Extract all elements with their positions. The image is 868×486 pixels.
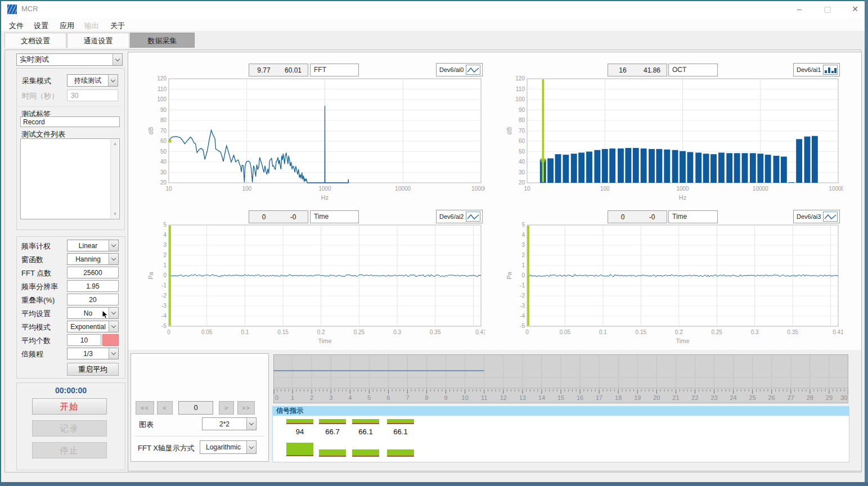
fft-points-input[interactable]	[67, 267, 119, 278]
chevron-down-icon[interactable]	[109, 348, 118, 359]
overlap-input[interactable]	[67, 294, 119, 305]
average-setting-label: 平均设置	[21, 309, 51, 319]
svg-text:6: 6	[386, 394, 390, 401]
overlap-label: 重叠率(%)	[21, 295, 55, 305]
svg-text:Hz: Hz	[321, 194, 329, 200]
fft-type-box[interactable]: FFT	[310, 64, 359, 76]
timeline-ruler[interactable]: 0123456789101112131415161718192021222324…	[273, 354, 848, 403]
svg-text:4: 4	[163, 232, 167, 238]
window-border[interactable]	[0, 482, 868, 486]
oct-chart[interactable]: 2030405060708090100110120101001000100001…	[506, 75, 843, 200]
svg-text:24: 24	[730, 394, 736, 401]
svg-text:19: 19	[634, 394, 641, 401]
freq-weighting-select[interactable]: Linear	[67, 240, 119, 251]
page-next-button[interactable]: >	[219, 401, 234, 415]
chart-layout-select[interactable]: 2*2	[202, 417, 257, 430]
fft-channel-selector[interactable]: Dev6/ai0	[436, 63, 483, 76]
scroll-down-icon[interactable]: ▼	[111, 210, 119, 218]
tab-document-settings[interactable]: 文档设置	[5, 33, 66, 48]
scrollbar[interactable]: ▲ ▼	[110, 140, 119, 218]
svg-text:10000: 10000	[753, 186, 768, 192]
fft-chart[interactable]: 2030405060708090100110120101001000100001…	[147, 75, 485, 200]
signal-level-bar	[387, 419, 414, 424]
svg-text:30: 30	[840, 394, 847, 401]
average-mode-select[interactable]: Exponential	[67, 321, 119, 332]
svg-text:1: 1	[163, 262, 167, 268]
svg-text:20: 20	[653, 394, 660, 401]
svg-text:0.35: 0.35	[430, 329, 441, 335]
svg-text:0.1: 0.1	[599, 329, 607, 335]
menu-about[interactable]: 关于	[107, 20, 128, 32]
tab-bar: 文档设置 通道设置 数据采集	[0, 32, 868, 48]
window-border[interactable]	[865, 0, 868, 486]
svg-text:-2: -2	[520, 292, 525, 299]
chevron-down-icon[interactable]	[109, 240, 118, 251]
test-tag-input[interactable]	[20, 116, 120, 127]
chevron-down-icon[interactable]	[113, 54, 122, 65]
octave-select[interactable]: 1/3	[67, 348, 119, 359]
minimize-button[interactable]: –	[786, 0, 812, 18]
scroll-up-icon[interactable]: ▲	[111, 140, 119, 148]
chevron-down-icon[interactable]	[109, 321, 118, 332]
freq-resolution-label: 频率分辨率	[21, 282, 58, 292]
chevron-down-icon[interactable]	[246, 441, 256, 453]
svg-text:0: 0	[167, 329, 170, 335]
svg-text:27: 27	[788, 394, 794, 401]
svg-text:12: 12	[500, 394, 507, 401]
page-number-box[interactable]: 0	[178, 401, 213, 415]
chevron-down-icon[interactable]	[109, 308, 118, 318]
svg-text:60: 60	[519, 138, 525, 144]
svg-text:20: 20	[519, 179, 525, 186]
test-file-listbox[interactable]: ▲ ▼	[20, 138, 120, 219]
menu-settings[interactable]: 设置	[30, 20, 52, 32]
menu-output: 输出	[81, 20, 102, 32]
signal-level-bar	[319, 419, 346, 424]
fft-xaxis-mode-select[interactable]: Logarithmic	[200, 440, 257, 454]
tab-data-acquisition[interactable]: 数据采集	[130, 33, 195, 48]
page-prev-button[interactable]: <	[157, 401, 173, 415]
svg-text:15: 15	[557, 394, 564, 401]
svg-text:-5: -5	[520, 323, 525, 329]
tab-channel-settings[interactable]: 通道设置	[67, 33, 129, 48]
acquisition-mode-select[interactable]: 持续测试	[67, 74, 118, 87]
time2-chart[interactable]: -5-4-3-2-101234500.050.10.150.20.250.30.…	[506, 222, 843, 346]
freq-resolution-input[interactable]	[67, 280, 119, 292]
maximize-button[interactable]: ▢	[815, 0, 840, 18]
svg-text:14: 14	[538, 394, 545, 401]
svg-text:17: 17	[596, 394, 602, 401]
svg-text:dB: dB	[506, 127, 512, 134]
svg-text:18: 18	[615, 394, 622, 401]
svg-text:0: 0	[525, 329, 529, 335]
svg-text:13: 13	[519, 394, 526, 401]
average-count-input[interactable]	[67, 334, 101, 346]
average-setting-select[interactable]: No	[67, 307, 119, 319]
chart-layout-label: 图表	[139, 420, 154, 430]
svg-text:100: 100	[242, 186, 251, 192]
menu-application[interactable]: 应用	[56, 20, 78, 32]
svg-text:0.15: 0.15	[636, 329, 647, 335]
time-seconds-input[interactable]	[67, 89, 118, 101]
fft-cursor-readout: 9.7760.01	[249, 64, 308, 76]
page-first-button[interactable]: <<	[136, 401, 154, 415]
svg-text:70: 70	[160, 128, 167, 134]
svg-text:11: 11	[481, 394, 487, 401]
chevron-down-icon[interactable]	[108, 75, 118, 86]
start-button[interactable]: 开始	[32, 398, 107, 415]
restart-average-button[interactable]: 重启平均	[67, 363, 119, 376]
chevron-down-icon[interactable]	[109, 254, 118, 264]
oct-channel-selector[interactable]: Dev6/ai1	[793, 63, 840, 76]
svg-text:Pa: Pa	[506, 271, 512, 279]
window-func-select[interactable]: Hanning	[67, 253, 119, 265]
svg-text:-3: -3	[520, 303, 525, 309]
svg-text:0: 0	[521, 272, 525, 278]
test-mode-select[interactable]: 实时测试	[16, 53, 123, 66]
svg-text:-4: -4	[161, 313, 167, 319]
svg-text:100: 100	[515, 96, 525, 102]
oct-type-box[interactable]: OCT	[668, 64, 718, 76]
svg-text:0.2: 0.2	[675, 329, 683, 335]
svg-text:100000: 100000	[829, 186, 843, 192]
page-last-button[interactable]: >>	[237, 401, 255, 415]
menu-file[interactable]: 文件	[6, 20, 27, 32]
time1-chart[interactable]: -5-4-3-2-101234500.050.10.150.20.250.30.…	[147, 222, 485, 346]
chevron-down-icon[interactable]	[246, 418, 256, 430]
